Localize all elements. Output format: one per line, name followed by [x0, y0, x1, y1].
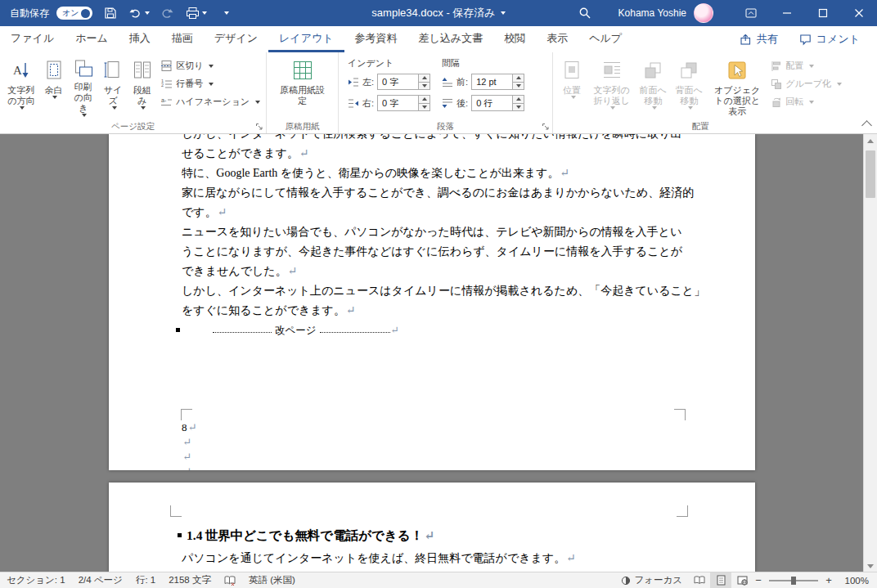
- spin-up-button[interactable]: [419, 74, 430, 82]
- orientation-icon: [73, 57, 94, 80]
- genko-setup-button[interactable]: 原稿用紙設定: [277, 54, 329, 118]
- breaks-button[interactable]: 区切り: [157, 58, 263, 74]
- quick-print-button[interactable]: [186, 2, 207, 24]
- paragraph-dialog-launcher[interactable]: [541, 122, 551, 132]
- web-layout-button[interactable]: [731, 572, 753, 588]
- chevron-down-icon: [809, 101, 814, 104]
- tab-view[interactable]: 表示: [536, 26, 578, 52]
- page-setup-dialog-launcher[interactable]: [254, 122, 264, 132]
- spin-down-button[interactable]: [419, 103, 430, 111]
- tab-home[interactable]: ホーム: [65, 26, 119, 52]
- tab-draw[interactable]: 描画: [161, 26, 204, 52]
- document-page-1[interactable]: しかし、インターネットで住所検索することによって、すぐに知りたい情報だけを瞬時に…: [109, 134, 755, 470]
- spin-up-button[interactable]: [513, 96, 524, 103]
- maximize-button[interactable]: [805, 0, 841, 26]
- maximize-icon: [818, 8, 828, 18]
- status-proofing[interactable]: [218, 572, 242, 588]
- tab-insert[interactable]: 挿入: [119, 26, 161, 52]
- size-button[interactable]: サイズ: [99, 54, 128, 118]
- tab-design[interactable]: デザイン: [204, 26, 268, 52]
- print-layout-button[interactable]: [710, 572, 731, 588]
- spin-up-button[interactable]: [513, 74, 524, 82]
- indent-left-input[interactable]: [378, 74, 418, 89]
- line-numbers-button[interactable]: 12 行番号: [157, 76, 263, 92]
- autosave-toggle[interactable]: オン: [56, 7, 92, 20]
- status-page-count[interactable]: 2/4 ページ: [72, 572, 129, 588]
- search-icon: [578, 7, 591, 20]
- size-label: サイズ: [102, 85, 124, 106]
- share-button[interactable]: 共有: [729, 28, 789, 51]
- focus-button[interactable]: フォーカス: [614, 572, 689, 588]
- collapse-ribbon-button[interactable]: [861, 120, 872, 131]
- status-language[interactable]: 英語 (米国): [242, 572, 302, 588]
- bring-forward-icon: [643, 57, 663, 83]
- status-line-number[interactable]: 行: 1: [129, 572, 162, 588]
- scroll-down-button[interactable]: [864, 559, 877, 572]
- tab-references[interactable]: 参考資料: [344, 26, 408, 52]
- tab-help[interactable]: ヘルプ: [578, 26, 632, 52]
- tab-layout[interactable]: レイアウト: [268, 26, 344, 52]
- document-page-2[interactable]: 1.4世界中どこでも無料で電話ができる！↵ パソコンを通じてインターネットを使え…: [109, 483, 755, 572]
- undo-dropdown-icon: [145, 11, 150, 15]
- page-break-line: 改ページ ↵: [182, 321, 685, 340]
- tab-review[interactable]: 校閲: [493, 26, 536, 52]
- outline-marker[interactable]: [178, 533, 182, 537]
- doc-text-line: しかし、インターネット上のニュースはタイムリーに情報が掲載されるため、「今起きて…: [182, 285, 705, 297]
- avatar[interactable]: [694, 3, 713, 23]
- selection-pane-button[interactable]: オブジェクトの選択と表示: [707, 54, 767, 118]
- columns-button[interactable]: 段組み: [128, 54, 158, 118]
- search-button[interactable]: [571, 0, 599, 26]
- footer-page-number: 8: [182, 421, 187, 433]
- comments-button[interactable]: コメント: [789, 28, 870, 51]
- vertical-scrollbar[interactable]: [863, 134, 877, 572]
- send-backward-label: 背面へ移動: [674, 85, 704, 106]
- spacing-after-input[interactable]: [472, 96, 512, 110]
- scroll-up-button[interactable]: [864, 134, 877, 147]
- status-bar: セクション: 1 2/4 ページ 行: 1 2158 文字 英語 (米国) フォ…: [0, 572, 877, 588]
- text-direction-button[interactable]: A 文字列の方向: [2, 54, 40, 118]
- zoom-out-button[interactable]: −: [753, 574, 764, 586]
- chevron-down-icon: [209, 83, 214, 86]
- spin-up-button[interactable]: [419, 96, 430, 103]
- zoom-slider-thumb[interactable]: [791, 577, 796, 585]
- web-layout-icon: [737, 576, 748, 586]
- zoom-slider[interactable]: [769, 580, 818, 581]
- zoom-level[interactable]: 100%: [834, 576, 877, 586]
- group-arrange: 位置 文字列の折り返し: [553, 52, 848, 133]
- ribbon-display-options-button[interactable]: [733, 0, 769, 26]
- zoom-in-button[interactable]: +: [823, 574, 834, 586]
- genko-setup-label: 原稿用紙設定: [280, 85, 326, 106]
- chars-label: 2158 文字: [169, 574, 211, 586]
- customize-qat-button[interactable]: [214, 2, 236, 24]
- tab-mailings[interactable]: 差し込み文書: [408, 26, 494, 52]
- redo-button[interactable]: [157, 2, 178, 24]
- close-button[interactable]: [841, 0, 877, 26]
- spacing-before-input[interactable]: [472, 74, 512, 89]
- spin-down-button[interactable]: [419, 82, 430, 90]
- rotate-button: 回転: [767, 94, 845, 110]
- paragraph-mark: ↵: [182, 436, 191, 448]
- status-char-count[interactable]: 2158 文字: [162, 572, 218, 588]
- scrollbar-thumb[interactable]: [866, 150, 875, 198]
- tab-file[interactable]: ファイル: [0, 26, 65, 52]
- indent-left-icon: [348, 77, 359, 88]
- doc-text-line: うことになりますが、今起きた事件などはすぐに伝わらず、タイムリーに情報を入手する…: [182, 245, 682, 258]
- spin-down-button[interactable]: [513, 82, 524, 90]
- orientation-button[interactable]: 印刷の向き: [68, 54, 99, 118]
- user-name[interactable]: Kohama Yoshie: [618, 7, 686, 19]
- doc-text-line: 家に居ながらにして情報を入手することができ、調べるのにお金はあまりかからないため…: [182, 186, 694, 199]
- proofing-book-icon: [224, 576, 236, 586]
- margins-button[interactable]: 余白: [40, 54, 68, 118]
- save-button[interactable]: [100, 2, 121, 24]
- hyphenation-button[interactable]: a- ハイフネーション: [157, 94, 263, 110]
- paragraph-mark: ↵: [182, 465, 191, 470]
- ribbon-display-icon: [744, 7, 758, 20]
- section-label: セクション: 1: [7, 574, 65, 586]
- outline-marker[interactable]: [176, 328, 180, 332]
- undo-button[interactable]: [128, 2, 150, 24]
- read-mode-button[interactable]: [689, 572, 710, 588]
- status-section[interactable]: セクション: 1: [0, 572, 72, 588]
- minimize-button[interactable]: [769, 0, 805, 26]
- indent-right-input[interactable]: [378, 96, 418, 110]
- spin-down-button[interactable]: [513, 103, 524, 111]
